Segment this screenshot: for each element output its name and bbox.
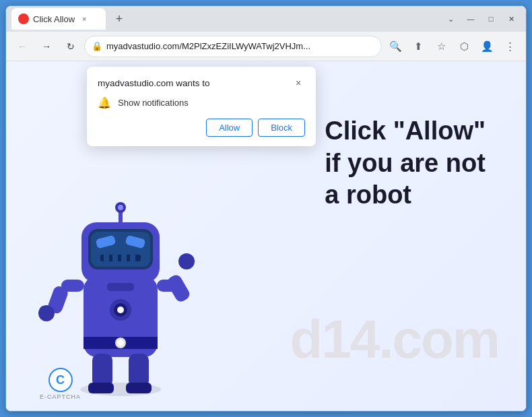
search-button[interactable]: 🔍: [385, 36, 406, 57]
bell-icon: 🔔: [98, 96, 111, 109]
svg-rect-7: [91, 232, 150, 267]
popup-notification-row: 🔔 Show notifications: [98, 96, 305, 109]
svg-point-4: [117, 340, 124, 346]
close-button[interactable]: ✕: [502, 9, 521, 28]
tab-title: Click Allow: [33, 14, 75, 24]
tab-close-button[interactable]: ×: [79, 13, 90, 24]
extensions-button[interactable]: ⬡: [453, 36, 475, 57]
svg-rect-14: [130, 255, 135, 261]
browser-tab[interactable]: Click Allow ×: [11, 8, 106, 30]
block-button[interactable]: Block: [258, 119, 305, 137]
forward-button[interactable]: →: [36, 36, 57, 57]
headline-line1: Click "Allow": [325, 115, 486, 148]
popup-buttons: Allow Block: [98, 119, 305, 137]
new-tab-button[interactable]: +: [110, 9, 129, 28]
tab-favicon: [18, 13, 29, 24]
ecaptcha-logo: C E-CAPTCHA: [40, 368, 81, 400]
svg-point-21: [178, 253, 195, 269]
content-area: d14.com Click "Allow" if you are not a r…: [6, 61, 526, 411]
notification-popup: myadvastudio.com wants to × 🔔 Show notif…: [87, 67, 316, 146]
lock-icon: 🔒: [92, 41, 102, 51]
page-headline: Click "Allow" if you are not a robot: [325, 115, 486, 212]
maximize-button[interactable]: □: [481, 9, 500, 28]
svg-rect-24: [129, 354, 149, 387]
popup-title: myadvastudio.com wants to: [98, 78, 210, 88]
share-button[interactable]: ⬆: [407, 36, 429, 57]
svg-rect-25: [88, 383, 114, 393]
svg-rect-11: [104, 255, 109, 261]
title-bar: Click Allow × + ⌄ — □ ✕: [6, 6, 526, 32]
address-text: myadvastudio.com/M2PlZxzEZiILWyWATwj2VHJ…: [106, 41, 374, 51]
svg-rect-15: [107, 283, 134, 291]
ecaptcha-label: E-CAPTCHA: [40, 393, 81, 400]
back-button[interactable]: ←: [11, 36, 33, 57]
toolbar: ← → ↻ 🔒 myadvastudio.com/M2PlZxzEZiILWyW…: [6, 32, 526, 61]
ecaptcha-icon: C: [48, 368, 73, 392]
allow-button[interactable]: Allow: [206, 119, 253, 137]
svg-point-22: [40, 306, 48, 314]
address-bar[interactable]: 🔒 myadvastudio.com/M2PlZxzEZiILWyWATwj2V…: [84, 36, 382, 57]
headline-line3: a robot: [325, 179, 486, 212]
browser-window: Click Allow × + ⌄ — □ ✕ ← → ↻ 🔒 myadvast…: [5, 5, 527, 412]
toolbar-actions: 🔍 ⬆ ☆ ⬡ 👤 ⋮: [385, 36, 521, 57]
window-controls: ⌄ — □ ✕: [441, 9, 521, 28]
svg-rect-23: [92, 354, 112, 387]
menu-button[interactable]: ⋮: [499, 36, 521, 57]
watermark: d14.com: [290, 309, 499, 371]
svg-rect-13: [121, 255, 127, 261]
popup-notification-text: Show notifications: [118, 98, 189, 108]
window-chevron-button[interactable]: ⌄: [441, 9, 460, 28]
robot-svg: [33, 155, 208, 397]
bookmark-button[interactable]: ☆: [430, 36, 452, 57]
svg-rect-26: [126, 383, 152, 393]
profile-button[interactable]: 👤: [476, 36, 498, 57]
popup-header: myadvastudio.com wants to ×: [98, 76, 305, 90]
minimize-button[interactable]: —: [461, 9, 480, 28]
svg-rect-12: [112, 255, 118, 261]
svg-point-29: [118, 205, 123, 210]
popup-close-button[interactable]: ×: [292, 76, 305, 90]
svg-point-32: [117, 307, 124, 313]
reload-button[interactable]: ↻: [60, 36, 81, 57]
headline-line2: if you are not: [325, 148, 486, 180]
